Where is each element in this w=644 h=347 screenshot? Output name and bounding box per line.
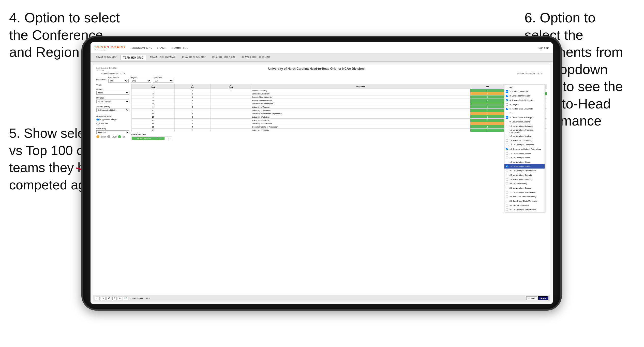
team-label: Team	[96, 84, 129, 86]
report-title: University of North Carolina Head-to-Hea…	[117, 67, 516, 71]
opponents-played-option[interactable]: Opponents Played	[96, 118, 129, 121]
win-cell: 5	[470, 95, 505, 99]
opponents-played-label: Opponents Played	[100, 118, 117, 121]
rank-cell: 3	[132, 92, 175, 95]
dropdown-item[interactable]: 24. Duke University	[504, 182, 545, 186]
toolbar-redo[interactable]: ↪	[101, 297, 106, 300]
nav-committee[interactable]: COMMITTEE	[172, 46, 188, 49]
dropdown-item[interactable]: 27. University of Notre Dame	[504, 190, 545, 195]
toolbar-paste[interactable]: ⎙	[118, 297, 122, 300]
dropdown-item[interactable]: 11. University of Arkansas, Fayetteville	[504, 128, 545, 134]
opponent-dropdown[interactable]: (All)2. Auburn University3. Vanderbilt U…	[504, 85, 545, 212]
rank-cell: 2	[132, 89, 175, 92]
table-row: 6 2 Florida State University 4 2	[132, 99, 547, 102]
conf-cell	[210, 105, 251, 109]
region-select[interactable]: (All)	[131, 79, 151, 83]
rank-cell: 14	[132, 122, 175, 125]
opponent-cell: University of Alabama	[251, 109, 470, 112]
dropdown-item[interactable]: 4. Arizona State University	[504, 98, 545, 102]
table-row: 14 2 University of Oklahoma 2 2	[132, 122, 547, 125]
dropdown-item[interactable]: 20. University of Texas	[504, 164, 545, 169]
conference-select[interactable]: (All)	[108, 79, 129, 83]
dropdown-item[interactable]: 25. University of Oregon	[504, 186, 545, 190]
reg-cell: 1	[174, 95, 210, 99]
col-win: Win	[470, 84, 505, 89]
dropdown-item[interactable]: 13. Texas Tech University	[504, 138, 545, 143]
dropdown-item[interactable]: 18. University of Illinois	[504, 160, 545, 164]
dropdown-item[interactable]: 23. Texas A&M University	[504, 177, 545, 182]
dropdown-item[interactable]: 6. Florida State University	[504, 107, 545, 111]
dropdown-item[interactable]: 29. San Diego State University	[504, 199, 545, 203]
opponents-played-radio[interactable]	[96, 118, 100, 121]
dropdown-item[interactable]: 10. University of Alabama	[504, 124, 545, 128]
nav-teams[interactable]: TEAMS	[157, 46, 167, 49]
dropdown-item[interactable]: 31. University of North Florida	[504, 207, 545, 212]
gender-label: Gender	[96, 88, 129, 90]
win-cell: 3	[470, 119, 505, 122]
rank-cell: 11	[132, 112, 175, 115]
school-label: School (Rank)	[96, 105, 129, 108]
col-opponent: Opponent	[251, 84, 470, 89]
dropdown-item[interactable]: 2. Auburn University	[504, 89, 545, 94]
win-cell: 0	[470, 92, 505, 95]
nav-tournaments[interactable]: TOURNAMENTS	[130, 46, 152, 49]
dropdown-item[interactable]: 14. University of Oklahoma	[504, 143, 545, 147]
subnav-team-summary[interactable]: TEAM SUMMARY	[93, 55, 119, 60]
opponent-cell: University of Oklahoma	[251, 122, 470, 125]
tablet-frame: 5SCOREBOARD Powered by... TOURNAMENTS TE…	[81, 36, 562, 311]
dropdown-item[interactable]: 28. The Ohio State University	[504, 195, 545, 199]
dropdown-item[interactable]: 21. University of New Mexico	[504, 169, 545, 173]
dropdown-item[interactable]: 22. University of Georgia	[504, 173, 545, 177]
reg-cell: 1	[174, 89, 210, 92]
dropdown-item[interactable]: 15. Georgia Institute of Technology	[504, 147, 545, 151]
conf-cell	[210, 122, 251, 125]
report-header: Last Updated: 4/15/2024 16:55:38 Univers…	[96, 67, 547, 72]
top-100-label: Top 100	[100, 122, 108, 124]
dropdown-item[interactable]: 7. ...	[504, 111, 545, 115]
dropdown-item[interactable]: 5. Oregon	[504, 102, 545, 107]
top-100-radio[interactable]	[96, 122, 100, 125]
dropdown-item[interactable]: 17. University of Illinois	[504, 156, 545, 160]
cancel-button[interactable]: Cancel	[526, 296, 537, 300]
toolbar-undo[interactable]: ↩	[95, 297, 100, 300]
sidebar-colour: Colour by Win/Loss Down Level Up	[96, 128, 129, 138]
dropdown-item[interactable]: 8. University of Washington	[504, 115, 545, 120]
win-cell: 1	[470, 105, 505, 109]
subnav-player-summary[interactable]: PLAYER SUMMARY	[179, 55, 208, 60]
dropdown-item[interactable]: 9. University of Arizona	[504, 120, 545, 124]
conf-cell	[210, 112, 251, 115]
win-cell: 2	[470, 89, 505, 92]
table-row: 3 2 Vanderbilt University 0 4	[132, 92, 547, 95]
dropdown-item[interactable]: 30. Purdue University	[504, 203, 545, 207]
report-body: Team Gender Men's Division NCAA Division…	[96, 84, 547, 300]
dropdown-item[interactable]: 16. University of Florida	[504, 151, 545, 156]
app-logo: 5SCOREBOARD Powered by...	[95, 45, 125, 51]
dropdown-item[interactable]: 3. Vanderbilt University	[504, 94, 545, 98]
table-row: 11 6 University of Arkansas, Fayettevill…	[132, 112, 547, 115]
filters-row: Opponents: Conference (All) Region (All)	[96, 76, 547, 83]
win-cell: 2	[470, 115, 505, 119]
table-row: 9 3 University of Arizona 1 0	[132, 105, 547, 109]
subnav-team-h2h-heatmap[interactable]: TEAM H2H HEATMAP	[147, 55, 178, 60]
subnav-player-h2h-heatmap[interactable]: PLAYER H2H HEATMAP	[239, 55, 273, 60]
out-div-name: NCAA Division II	[132, 137, 157, 140]
grid-area: #Rank #Reg #Conf Opponent Win Loss 2	[131, 84, 547, 300]
division-select[interactable]: NCAA Division I	[96, 100, 129, 103]
dropdown-item[interactable]: (All)	[504, 85, 545, 89]
top-100-option[interactable]: Top 100	[96, 122, 129, 125]
toolbar-refresh[interactable]: ↺	[107, 297, 111, 300]
opponent-select[interactable]: (All)	[153, 79, 173, 83]
toolbar-copy[interactable]: ⎘	[112, 297, 117, 300]
opponent-cell: University of Virginia	[251, 115, 470, 119]
gender-select[interactable]: Men's	[96, 91, 129, 95]
dropdown-item[interactable]: 12. University of Virginia	[504, 134, 545, 138]
apply-button[interactable]: Apply	[538, 296, 548, 300]
colour-select[interactable]: Win/Loss	[96, 130, 129, 134]
nav-signout[interactable]: Sign Out	[538, 46, 549, 49]
subnav-team-h2h-grid[interactable]: TEAM H2H GRID	[121, 55, 146, 60]
conf-cell	[210, 125, 251, 129]
sub-nav: TEAM SUMMARY TEAM H2H GRID TEAM H2H HEAT…	[91, 53, 553, 62]
toolbar-clock[interactable]: 🕐	[123, 297, 128, 300]
subnav-player-h2h-grid[interactable]: PLAYER H2H GRID	[209, 55, 238, 60]
school-select[interactable]: 1. University of Nort...	[96, 108, 129, 112]
